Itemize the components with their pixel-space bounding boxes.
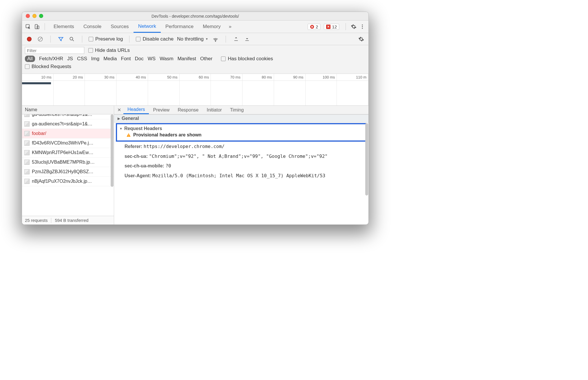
- import-har-icon[interactable]: [232, 35, 240, 43]
- kebab-menu-icon[interactable]: [359, 23, 366, 30]
- separator: [226, 36, 226, 43]
- record-button[interactable]: [25, 35, 33, 43]
- filter-type-font[interactable]: Font: [121, 56, 131, 62]
- request-headers-highlight: ▼ Request Headers Provisional headers ar…: [116, 123, 367, 142]
- tab-elements[interactable]: Elements: [49, 21, 79, 33]
- issues-count: 12: [332, 24, 337, 29]
- request-name: nBjAqf1PuX7O2nvJbJck.jp…: [32, 179, 92, 184]
- header-entry: User-Agent: Mozilla/5.0 (Macintosh; Inte…: [114, 171, 368, 181]
- detail-tab-headers[interactable]: Headers: [123, 106, 149, 114]
- request-row[interactable]: ga-audiences?t=sr&aip=1&…: [22, 119, 114, 129]
- inspect-icon[interactable]: [24, 23, 32, 30]
- tab-performance[interactable]: Performance: [161, 21, 198, 33]
- scrollbar[interactable]: [365, 123, 368, 196]
- file-icon: [24, 114, 30, 117]
- request-row[interactable]: 53IuclsjUVBaBME7MPRb.jp…: [22, 158, 114, 167]
- filter-icon[interactable]: [57, 35, 65, 43]
- filter-type-doc[interactable]: Doc: [135, 56, 144, 62]
- tab-memory[interactable]: Memory: [198, 21, 225, 33]
- header-entry: sec-ch-ua: "Chromium";v="92", " Not A;Br…: [114, 151, 368, 161]
- request-count: 25 requests: [25, 218, 48, 223]
- provisional-warning: Provisional headers are shown: [119, 131, 364, 138]
- request-headers-section[interactable]: Request Headers: [124, 126, 162, 131]
- disable-cache-checkbox[interactable]: Disable cache: [136, 36, 174, 42]
- window-title: DevTools - developer.chrome.com/tags/dev…: [22, 14, 368, 19]
- network-timeline[interactable]: 10 ms20 ms30 ms40 ms50 ms60 ms70 ms80 ms…: [22, 74, 368, 106]
- tab-sources[interactable]: Sources: [106, 21, 133, 33]
- errors-count: 2: [316, 24, 318, 29]
- main-tabs: ElementsConsoleSourcesNetworkPerformance…: [49, 21, 225, 33]
- svg-point-4: [362, 25, 363, 25]
- filter-bar: Hide data URLs AllFetch/XHRJSCSSImgMedia…: [22, 45, 368, 74]
- svg-point-8: [70, 37, 73, 40]
- filter-type-all[interactable]: All: [25, 56, 35, 62]
- request-name: fD43v6RiVCDlmo3WhVPe.j…: [32, 140, 94, 146]
- detail-tab-response[interactable]: Response: [174, 106, 202, 114]
- blocked-requests-checkbox[interactable]: Blocked Requests: [25, 64, 71, 70]
- separator: [346, 23, 346, 30]
- more-tabs-button[interactable]: »: [227, 21, 234, 33]
- filter-type-media[interactable]: Media: [103, 56, 117, 62]
- request-name: ga-audiences?t=sr&aip=1&…: [32, 121, 92, 127]
- chevron-down-icon: ▼: [205, 37, 208, 41]
- timeline-tick: 110 m: [337, 74, 368, 81]
- throttling-select[interactable]: No throttling ▼: [177, 36, 208, 42]
- settings-icon[interactable]: [350, 23, 357, 30]
- timeline-tick: 40 ms: [116, 74, 148, 81]
- network-settings-icon[interactable]: [357, 35, 365, 43]
- scrollbar[interactable]: [111, 114, 114, 187]
- request-name: ga-audiences?t=sr&aip=1&…: [32, 114, 92, 117]
- tab-network[interactable]: Network: [134, 21, 161, 33]
- file-icon: [24, 131, 30, 136]
- request-row[interactable]: ga-audiences?t=sr&aip=1&…: [22, 114, 114, 119]
- request-name: foobar/: [32, 131, 46, 136]
- issues-badge[interactable]: ✕ 12: [324, 24, 339, 30]
- arrow-right-icon: ▶: [118, 117, 120, 120]
- tab-console[interactable]: Console: [79, 21, 106, 33]
- request-row[interactable]: PzmJZBgZBJ612Hy8QBSZ…: [22, 167, 114, 177]
- svg-rect-11: [128, 136, 129, 136]
- name-column-header[interactable]: Name: [22, 106, 114, 114]
- timeline-tick: 30 ms: [85, 74, 116, 81]
- svg-point-5: [362, 26, 363, 27]
- timeline-tick: 70 ms: [211, 74, 242, 81]
- detail-tab-preview[interactable]: Preview: [149, 106, 174, 114]
- filter-type-js[interactable]: JS: [67, 56, 73, 62]
- detail-body: ▶ General ▼ Request Headers Provisional …: [114, 114, 368, 224]
- detail-tab-initiator[interactable]: Initiator: [202, 106, 226, 114]
- request-row[interactable]: fD43v6RiVCDlmo3WhVPe.j…: [22, 138, 114, 148]
- separator: [50, 36, 51, 43]
- search-icon[interactable]: [68, 35, 76, 43]
- filter-type-other[interactable]: Other: [200, 56, 213, 62]
- request-row[interactable]: foobar/: [22, 129, 114, 138]
- export-har-icon[interactable]: [243, 35, 251, 43]
- network-conditions-icon[interactable]: [212, 35, 219, 43]
- filter-type-manifest[interactable]: Manifest: [178, 56, 196, 62]
- hide-data-urls-checkbox[interactable]: Hide data URLs: [88, 48, 130, 53]
- svg-point-9: [215, 41, 216, 41]
- filter-type-fetchxhr[interactable]: Fetch/XHR: [39, 56, 63, 62]
- svg-point-6: [362, 28, 363, 29]
- has-blocked-cookies-checkbox[interactable]: Has blocked cookies: [221, 56, 273, 62]
- header-entry: Referer: https://developer.chrome.com/: [114, 142, 368, 151]
- detail-tab-timing[interactable]: Timing: [226, 106, 248, 114]
- detail-tab-bar: ✕ HeadersPreviewResponseInitiatorTiming: [114, 106, 368, 114]
- filter-type-img[interactable]: Img: [91, 56, 99, 62]
- device-toolbar-icon[interactable]: [33, 23, 41, 30]
- filter-type-wasm[interactable]: Wasm: [160, 56, 174, 62]
- general-section[interactable]: ▶ General: [114, 114, 368, 123]
- arrow-down-icon: ▼: [119, 127, 123, 130]
- timeline-overview-bar: [22, 82, 51, 84]
- close-detail-icon[interactable]: ✕: [116, 107, 122, 113]
- errors-badge[interactable]: 2: [308, 24, 320, 30]
- file-icon: [24, 121, 30, 127]
- main-tab-bar: ElementsConsoleSourcesNetworkPerformance…: [22, 21, 368, 33]
- timeline-tick: 60 ms: [180, 74, 211, 81]
- preserve-log-checkbox[interactable]: Preserve log: [89, 36, 123, 42]
- request-row[interactable]: KMNWpnRJTP6eHJs1wEw…: [22, 148, 114, 158]
- clear-icon[interactable]: [36, 35, 44, 43]
- request-row[interactable]: nBjAqf1PuX7O2nvJbJck.jp…: [22, 177, 114, 186]
- filter-type-css[interactable]: CSS: [77, 56, 87, 62]
- filter-type-ws[interactable]: WS: [148, 56, 156, 62]
- filter-input[interactable]: [25, 47, 84, 54]
